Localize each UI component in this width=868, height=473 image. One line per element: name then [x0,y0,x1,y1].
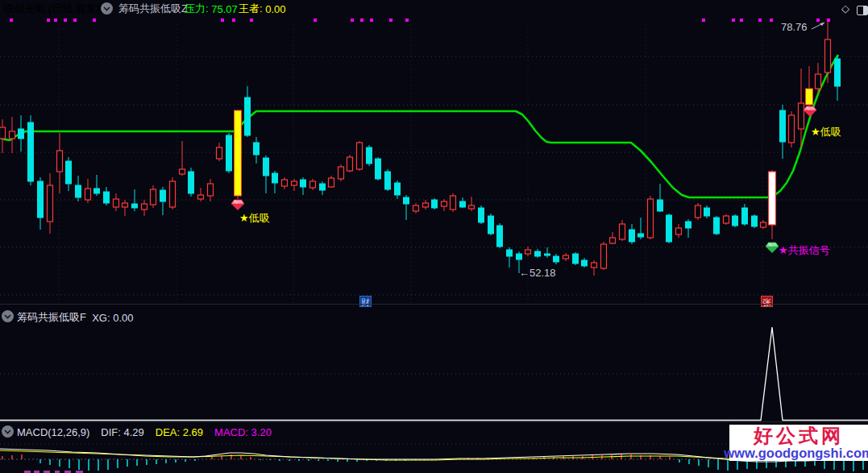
candle [404,195,409,220]
candle [198,188,204,201]
dea-readout: DEA: 2.69 [156,426,203,438]
candle [769,170,776,239]
low-price-label: ←52.18 [519,267,556,279]
chevron-down-circle-icon[interactable] [101,2,113,15]
chevron-down-circle-icon-xg[interactable] [2,310,14,322]
candle [686,219,691,238]
xg-indicator-name: 筹码共振低吸F [17,310,86,325]
candle [85,179,91,203]
candle [629,224,635,244]
candle [724,214,729,225]
candle [48,173,53,234]
candle [76,176,81,201]
candle [432,198,438,210]
candle [469,197,475,211]
candle [592,260,597,276]
signal-dots-layer [10,19,830,22]
candle [189,168,194,197]
candle [497,223,503,248]
chevron-down-circle-icon-macd[interactable] [2,425,14,438]
candle [272,171,278,193]
candle [235,110,242,199]
candle [254,137,260,164]
gongzhen-signal-label: ★共振信号 [779,243,830,258]
high-price-label: 78.76 [781,21,808,33]
candle [638,218,644,239]
candle [573,252,579,265]
gem-markers-layer [231,106,816,253]
candles-layer [0,22,841,276]
diamond-outline-icon[interactable]: ◇ [841,2,849,15]
candle [696,203,701,220]
candle [38,177,44,230]
main-indicator-name[interactable]: 筹码共振低吸Z [118,2,188,15]
candle [789,111,795,147]
candle [245,86,251,137]
candle [545,247,550,258]
candle [217,143,222,161]
candle [123,200,128,216]
panel-separator-2 [0,421,868,422]
candle [57,133,63,193]
high-arrow [812,23,824,29]
candle [563,253,569,261]
candle [488,214,494,235]
pressure-label: 压力: [185,2,209,16]
watermark-url: www.goodgongshi.com [724,446,868,460]
watermark-title: 好公式网 [754,426,844,446]
candle [301,177,306,195]
xg-indicator-header[interactable]: 筹码共振低吸F XG: 0.00 [17,311,134,324]
dixi-signal-label-1: ★低吸 [239,211,270,226]
candle [395,180,401,199]
candle [170,177,176,210]
candle [451,193,456,212]
king-label: 王者: [239,2,263,16]
macd-indicator-name: MACD(12,26,9) [17,426,89,438]
candle [658,184,663,212]
candle [601,242,607,270]
candle [479,205,484,224]
candle [292,179,297,191]
news-badge-zhang[interactable]: 张 [761,296,773,307]
candle [385,169,391,191]
news-badge-cai[interactable]: 财 [359,296,372,307]
dif-readout: DIF: 4.29 [101,426,144,438]
candle [347,155,353,172]
candle [423,200,429,210]
candle [704,205,710,218]
candle [535,249,541,258]
candle [282,177,288,189]
macd-indicator-header[interactable]: MACD(12,26,9) DIF: 4.29 DEA: 2.69 MACD: … [17,425,283,438]
dixi-signal-label-2: ★低吸 [811,125,841,139]
candle [94,175,100,196]
candle [742,204,748,226]
candle [367,145,372,166]
candle [28,115,34,185]
candle [357,141,363,171]
panel-layout-icon[interactable] [857,6,868,15]
candle [714,216,720,235]
stock-title[interactable]: 联创光电 (日线.前复权) [3,2,110,15]
candle [806,66,813,110]
candle [835,56,841,101]
candle [338,164,344,181]
candle [620,220,625,241]
candle [825,22,831,83]
stock-chart-screen: 联创光电 (日线.前复权) 筹码共振低吸Z 压力: 75.07 王者: 0.00… [0,0,868,473]
candle [320,181,326,195]
candle [648,196,654,239]
candle [413,203,419,214]
dixi-gem-2-icon [804,106,816,117]
candle [752,214,758,228]
candle [554,254,559,264]
candle [507,247,513,268]
candle [799,68,804,147]
candle [733,214,738,227]
candlestick-chart-canvas[interactable] [0,0,868,473]
candle [226,133,232,173]
pressure-readout: 压力: 75.07 [185,2,238,15]
trend-line [0,55,838,197]
king-value: 0.00 [265,3,285,15]
candle [180,141,185,176]
candle [104,187,110,205]
